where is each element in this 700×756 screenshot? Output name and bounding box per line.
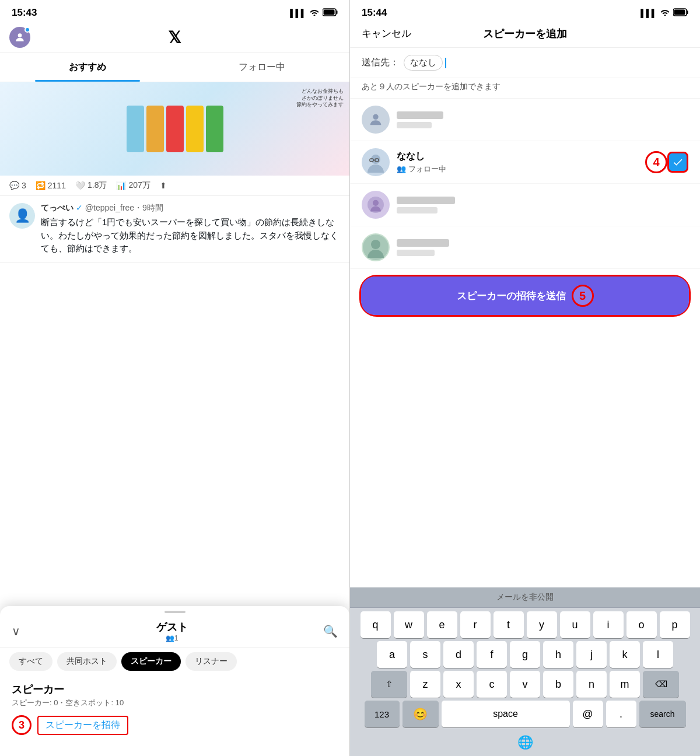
- wifi-icon-right: [660, 9, 670, 18]
- select-nanashi-button[interactable]: [667, 152, 688, 173]
- tab-cohost[interactable]: 共同ホスト: [57, 652, 117, 671]
- step3-row: 3 スピーカーを招待: [12, 715, 338, 735]
- cancel-button[interactable]: キャンセル: [362, 27, 411, 40]
- to-row: 送信先： ななし: [350, 48, 700, 78]
- svg-rect-1: [324, 9, 335, 15]
- tweet-image: どんなお金持ちもさかのぼりません節約をやってみます: [0, 82, 349, 176]
- key-s[interactable]: s: [410, 641, 440, 668]
- key-v[interactable]: v: [510, 671, 540, 698]
- user-list-item-1[interactable]: [350, 99, 700, 141]
- signal-icon-right: ▌▌▌: [640, 9, 657, 18]
- keyboard-top-bar: メールを非公開: [350, 587, 700, 608]
- like-stat[interactable]: 🤍 1.8万: [75, 180, 107, 191]
- key-b[interactable]: b: [543, 671, 573, 698]
- key-at[interactable]: @: [573, 701, 603, 727]
- bottle-3: [166, 106, 184, 152]
- key-emoji[interactable]: 😊: [402, 701, 439, 727]
- key-x[interactable]: x: [443, 671, 474, 698]
- tab-speaker[interactable]: スピーカー: [121, 652, 181, 671]
- key-a[interactable]: a: [377, 641, 407, 668]
- tab-listener[interactable]: リスナー: [186, 652, 237, 671]
- can-add-speakers-text: あと９人のスピーカーを追加できます: [350, 78, 700, 99]
- key-j[interactable]: j: [576, 641, 607, 668]
- nanashi-info: ななし 👥 フォロー中: [397, 150, 667, 174]
- time-left: 15:43: [12, 7, 37, 19]
- tweet-author-avatar[interactable]: 👤: [9, 203, 35, 229]
- profile-avatar[interactable]: [9, 27, 30, 48]
- sheet-title: ゲスト: [20, 620, 323, 634]
- user-nanashi-item[interactable]: ななし 👥 フォロー中 4: [350, 141, 700, 184]
- key-e[interactable]: e: [427, 611, 457, 638]
- recipient-chip[interactable]: ななし: [404, 55, 443, 71]
- svg-point-7: [373, 114, 378, 120]
- phone-right: 15:44 ▌▌▌ キャンセル スピーカーを追加 送信先： ななし あと９人のス…: [350, 0, 700, 756]
- retweet-icon: 🔁: [36, 181, 46, 190]
- tab-all[interactable]: すべて: [9, 652, 52, 671]
- comment-stat[interactable]: 💬 3: [9, 180, 26, 191]
- twitter-header: 𝕏: [0, 22, 349, 53]
- sheet-tabs: すべて 共同ホスト スピーカー リスナー: [0, 648, 349, 676]
- key-f[interactable]: f: [477, 641, 507, 668]
- user-info-3: [397, 197, 688, 214]
- key-u[interactable]: u: [560, 611, 590, 638]
- key-shift[interactable]: ⇧: [371, 671, 407, 698]
- key-123[interactable]: 123: [365, 701, 400, 727]
- key-o[interactable]: o: [626, 611, 657, 638]
- invite-speaker-link[interactable]: スピーカーを招待: [37, 716, 128, 735]
- user-list-item-4[interactable]: [350, 226, 700, 269]
- speaker-section-sub: スピーカー: 0・空きスポット: 10: [12, 698, 338, 708]
- key-n[interactable]: n: [576, 671, 607, 698]
- keyboard: メールを非公開 q w e r t y u i o p a s d f: [350, 587, 700, 756]
- globe-icon[interactable]: 🌐: [517, 735, 533, 750]
- step-5-badge: 5: [572, 285, 594, 307]
- user-avatar-4: [362, 233, 390, 261]
- phone-left: 15:43 ▌▌▌ 𝕏 おすすめ フォロー中: [0, 0, 350, 756]
- status-icons-right: ▌▌▌: [640, 8, 688, 18]
- key-i[interactable]: i: [593, 611, 624, 638]
- user-name-blurred-3: [397, 197, 455, 204]
- views-stat[interactable]: 📊 207万: [116, 180, 150, 191]
- product-bottles: [122, 101, 228, 157]
- svg-rect-5: [674, 9, 685, 15]
- key-g[interactable]: g: [510, 641, 540, 668]
- send-button-container: スピーカーの招待を送信 5: [359, 275, 691, 317]
- keyboard-bottom-bar: 🌐: [350, 733, 700, 756]
- key-p[interactable]: p: [660, 611, 690, 638]
- key-d[interactable]: d: [443, 641, 474, 668]
- key-y[interactable]: y: [527, 611, 557, 638]
- key-k[interactable]: k: [610, 641, 640, 668]
- send-invite-button[interactable]: スピーカーの招待を送信 5: [361, 276, 689, 315]
- search-icon[interactable]: 🔍: [323, 624, 338, 638]
- user-info-1: [397, 111, 688, 128]
- key-l[interactable]: l: [643, 641, 673, 668]
- key-w[interactable]: w: [394, 611, 424, 638]
- tab-following[interactable]: フォロー中: [175, 53, 350, 82]
- avatar-dot: [24, 27, 30, 33]
- key-m[interactable]: m: [610, 671, 640, 698]
- share-stat[interactable]: ⬆: [160, 180, 167, 191]
- key-t[interactable]: t: [494, 611, 524, 638]
- speaker-section-title: スピーカー: [12, 682, 338, 696]
- key-r[interactable]: r: [460, 611, 491, 638]
- key-z[interactable]: z: [410, 671, 440, 698]
- retweet-stat[interactable]: 🔁 2111: [36, 180, 66, 191]
- bottle-4: [186, 106, 204, 152]
- key-c[interactable]: c: [477, 671, 507, 698]
- key-q[interactable]: q: [360, 611, 391, 638]
- user-list-item-3[interactable]: [350, 184, 700, 226]
- key-dot[interactable]: .: [606, 701, 636, 727]
- key-space[interactable]: space: [442, 701, 570, 727]
- key-search[interactable]: search: [639, 701, 686, 727]
- tab-recommended[interactable]: おすすめ: [0, 53, 175, 82]
- status-bar-left: 15:43 ▌▌▌: [0, 0, 349, 22]
- add-speaker-title: スピーカーを追加: [483, 27, 567, 41]
- key-delete[interactable]: ⌫: [643, 671, 679, 698]
- chevron-down-icon[interactable]: ∨: [12, 624, 20, 638]
- x-logo: 𝕏: [168, 28, 181, 47]
- key-h[interactable]: h: [543, 641, 573, 668]
- bottle-5: [206, 106, 223, 152]
- user-handle-blurred-4: [397, 250, 435, 256]
- nanashi-name: ななし: [397, 150, 667, 163]
- bottle-2: [146, 106, 164, 152]
- signal-icon: ▌▌▌: [290, 9, 306, 18]
